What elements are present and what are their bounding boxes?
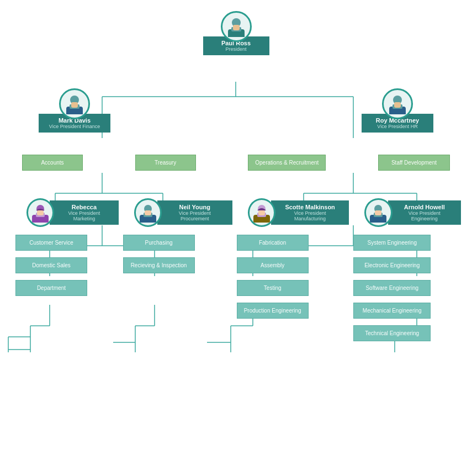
roy-mccartney-title: Vice President HR bbox=[369, 124, 426, 129]
scotte-depts: Fabrication Assembly Testing Production … bbox=[232, 235, 309, 319]
org-chart: Paul Ross President Mark Davis Vice Pres… bbox=[0, 0, 472, 352]
scotte-name: Scotte Malkinson bbox=[279, 204, 341, 210]
roy-mccartney-node: Roy Mccartney Vice President HR bbox=[362, 88, 433, 133]
production-eng-dept: Production Engineering bbox=[237, 303, 309, 319]
rebecca-depts: Customer Service Domestic Sales Departme… bbox=[11, 235, 87, 296]
technical-eng-dept: Technical Engineering bbox=[353, 325, 431, 341]
level3: Rebecca Vice President Marketing Custome… bbox=[6, 198, 466, 341]
neil-name: Neil Young bbox=[165, 204, 225, 210]
arnold-box: Arnold Howell Vice President Engineering bbox=[388, 200, 461, 225]
assembly-dept: Assembly bbox=[237, 257, 309, 273]
testing-dept: Testing bbox=[237, 280, 309, 296]
rebecca-column: Rebecca Vice President Marketing Custome… bbox=[11, 198, 119, 296]
level2: Mark Davis Vice President Finance Roy Mc… bbox=[6, 88, 466, 133]
male-avatar-icon bbox=[226, 16, 247, 37]
female-avatar-icon-2 bbox=[252, 203, 272, 223]
mark-davis-avatar bbox=[59, 88, 90, 119]
rebecca-avatar bbox=[26, 198, 54, 227]
ops-recruitment-dept: Operations & Recruitment bbox=[248, 155, 326, 171]
arnold-column: Arnold Howell Vice President Engineering… bbox=[349, 198, 461, 341]
scotte-node: Scotte Malkinson Vice President Manufact… bbox=[232, 198, 349, 227]
mechanical-eng-dept: Mechanical Engineering bbox=[353, 303, 431, 319]
rebecca-node: Rebecca Vice President Marketing bbox=[11, 198, 119, 227]
neil-column: Neil Young Vice President Procurement Pu… bbox=[119, 198, 232, 273]
purchasing-dept: Purchasing bbox=[123, 235, 195, 251]
treasury-dept: Treasury bbox=[135, 155, 196, 171]
arnold-avatar bbox=[364, 198, 392, 227]
neil-node: Neil Young Vice President Procurement bbox=[119, 198, 232, 227]
neil-title: Vice President Procurement bbox=[165, 210, 225, 221]
svg-rect-51 bbox=[233, 25, 240, 30]
receiving-dept: Recieving & Inspection bbox=[123, 257, 195, 273]
svg-rect-71 bbox=[258, 210, 265, 215]
roy-mccartney-avatar bbox=[382, 88, 413, 119]
arnold-depts: System Engineering Electronic Engineerin… bbox=[349, 235, 431, 341]
accounts-dept: Accounts bbox=[22, 155, 83, 171]
department-dept: Department bbox=[15, 280, 87, 296]
arnold-node: Arnold Howell Vice President Engineering bbox=[349, 198, 461, 227]
neil-box: Neil Young Vice President Procurement bbox=[157, 200, 232, 225]
paul-ross-title: President bbox=[211, 46, 262, 52]
svg-rect-63 bbox=[37, 210, 44, 215]
scotte-box: Scotte Malkinson Vice President Manufact… bbox=[271, 200, 349, 225]
svg-rect-59 bbox=[394, 102, 401, 108]
scotte-title: Vice President Manufacturing bbox=[279, 210, 341, 221]
root-level: Paul Ross President bbox=[6, 11, 466, 55]
svg-rect-67 bbox=[145, 210, 151, 215]
scotte-avatar bbox=[248, 198, 275, 227]
male-avatar-icon-3 bbox=[387, 93, 408, 114]
paul-ross-avatar bbox=[221, 11, 252, 42]
neil-avatar bbox=[134, 198, 162, 227]
system-eng-dept: System Engineering bbox=[353, 235, 431, 251]
male-avatar-icon-4 bbox=[138, 203, 158, 223]
arnold-title: Vice President Engineering bbox=[396, 210, 453, 221]
neil-depts: Purchasing Recieving & Inspection bbox=[119, 235, 195, 273]
electronic-eng-dept: Electronic Engineering bbox=[353, 257, 431, 273]
software-eng-dept: Software Engineering bbox=[353, 280, 431, 296]
dept-level: Accounts Treasury Operations & Recruitme… bbox=[6, 155, 466, 171]
scotte-column: Scotte Malkinson Vice President Manufact… bbox=[232, 198, 349, 319]
male-avatar-icon-2 bbox=[64, 93, 85, 114]
mark-davis-node: Mark Davis Vice President Finance bbox=[39, 88, 110, 133]
female-avatar-icon bbox=[30, 203, 50, 223]
arnold-name: Arnold Howell bbox=[396, 204, 453, 210]
male-avatar-icon-5 bbox=[368, 203, 388, 223]
svg-rect-75 bbox=[375, 210, 381, 215]
customer-service-dept: Customer Service bbox=[15, 235, 87, 251]
rebecca-name: Rebecca bbox=[57, 204, 110, 210]
rebecca-title: Vice President Marketing bbox=[57, 210, 110, 221]
fabrication-dept: Fabrication bbox=[237, 235, 309, 251]
rebecca-box: Rebecca Vice President Marketing bbox=[50, 200, 118, 225]
svg-rect-55 bbox=[71, 102, 78, 108]
staff-dev-dept: Staff Development bbox=[378, 155, 450, 171]
domestic-sales-dept: Domestic Sales bbox=[15, 257, 87, 273]
mark-davis-title: Vice President Finance bbox=[46, 124, 103, 129]
paul-ross-node: Paul Ross President bbox=[203, 11, 269, 55]
